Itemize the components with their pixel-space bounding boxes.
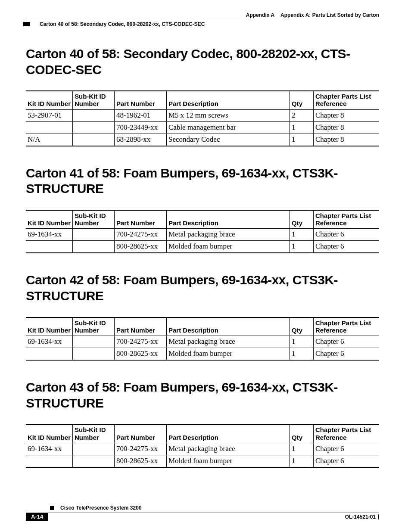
cell-kit: 53-2907-01: [26, 109, 73, 121]
breadcrumb-text: Carton 40 of 58: Secondary Codec, 800-28…: [40, 21, 205, 27]
cell-kit: 69-1634-xx: [26, 336, 73, 348]
column-header: Part Number: [115, 210, 167, 229]
cell-ref: Chapter 8: [314, 109, 380, 121]
section-heading: Carton 42 of 58: Foam Bumpers, 69-1634-x…: [26, 272, 379, 304]
appendix-label: Appendix A: [246, 12, 274, 18]
parts-table: Kit ID NumberSub-Kit ID NumberPart Numbe…: [26, 424, 379, 468]
cell-kit: 69-1634-xx: [26, 443, 73, 455]
cell-sub: [73, 109, 115, 121]
document-page: Appendix A Appendix A: Parts List Sorted…: [0, 0, 411, 532]
cell-desc: Metal packaging brace: [167, 229, 290, 241]
section-heading: Carton 41 of 58: Foam Bumpers, 69-1634-x…: [26, 165, 379, 197]
table-row: 69-1634-xx700-24275-xxMetal packaging br…: [26, 443, 379, 455]
column-header: Kit ID Number: [26, 317, 73, 336]
cell-pn: 800-28625-xx: [115, 455, 167, 467]
cell-qty: 1: [290, 348, 314, 361]
doc-tick-icon: [378, 514, 379, 520]
column-header: Kit ID Number: [26, 424, 73, 443]
table-row: 700-23449-xxCable management bar1Chapter…: [26, 121, 379, 134]
cell-desc: M5 x 12 mm screws: [167, 109, 290, 121]
page-number: A-14: [26, 513, 48, 521]
column-header: Sub-Kit ID Number: [73, 424, 115, 443]
table-row: 800-28625-xxMolded foam bumper1Chapter 6: [26, 348, 379, 361]
cell-desc: Molded foam bumper: [167, 455, 290, 467]
cell-kit: 69-1634-xx: [26, 229, 73, 241]
column-header: Sub-Kit ID Number: [73, 91, 115, 109]
section-marker-icon: [23, 22, 30, 26]
cell-sub: [73, 134, 115, 146]
table-row: N/A68-2898-xxSecondary Codec1Chapter 8: [26, 134, 379, 146]
cell-qty: 1: [290, 241, 314, 253]
column-header: Qty: [290, 317, 314, 336]
column-header: Chapter Parts List Reference: [314, 210, 380, 229]
cell-ref: Chapter 8: [314, 134, 380, 146]
parts-table: Kit ID NumberSub-Kit ID NumberPart Numbe…: [26, 210, 379, 254]
cell-qty: 1: [290, 443, 314, 455]
column-header: Kit ID Number: [26, 210, 73, 229]
column-header: Part Number: [115, 91, 167, 109]
cell-desc: Metal packaging brace: [167, 336, 290, 348]
page-footer: Cisco TelePresence System 3200 A-14 OL-1…: [26, 505, 379, 521]
table-row: 53-2907-0148-1962-01M5 x 12 mm screws2Ch…: [26, 109, 379, 121]
table-row: 800-28625-xxMolded foam bumper1Chapter 6: [26, 455, 379, 467]
column-header: Chapter Parts List Reference: [314, 91, 380, 109]
cell-sub: [73, 443, 115, 455]
column-header: Sub-Kit ID Number: [73, 210, 115, 229]
cell-ref: Chapter 6: [314, 229, 380, 241]
cell-qty: 2: [290, 109, 314, 121]
column-header: Kit ID Number: [26, 91, 73, 109]
cell-desc: Metal packaging brace: [167, 443, 290, 455]
cell-ref: Chapter 6: [314, 443, 380, 455]
table-row: 800-28625-xxMolded foam bumper1Chapter 6: [26, 241, 379, 253]
column-header: Chapter Parts List Reference: [314, 317, 380, 336]
cell-sub: [73, 121, 115, 134]
cell-pn: 68-2898-xx: [115, 134, 167, 146]
cell-desc: Cable management bar: [167, 121, 290, 134]
column-header: Qty: [290, 91, 314, 109]
cell-pn: 700-23449-xx: [115, 121, 167, 134]
section-heading: Carton 40 of 58: Secondary Codec, 800-28…: [26, 46, 379, 78]
cell-ref: Chapter 8: [314, 121, 380, 134]
cell-kit: N/A: [26, 134, 73, 146]
column-header: Part Description: [167, 91, 290, 109]
cell-sub: [73, 336, 115, 348]
appendix-title: Appendix A: Parts List Sorted by Carton: [280, 12, 379, 18]
cell-qty: 1: [290, 121, 314, 134]
column-header: Qty: [290, 424, 314, 443]
cell-pn: 800-28625-xx: [115, 241, 167, 253]
table-row: 69-1634-xx700-24275-xxMetal packaging br…: [26, 229, 379, 241]
cell-ref: Chapter 6: [314, 241, 380, 253]
parts-section: Carton 43 of 58: Foam Bumpers, 69-1634-x…: [26, 380, 379, 468]
cell-qty: 1: [290, 455, 314, 467]
parts-table: Kit ID NumberSub-Kit ID NumberPart Numbe…: [26, 90, 379, 146]
parts-section: Carton 40 of 58: Secondary Codec, 800-28…: [26, 46, 379, 146]
cell-pn: 700-24275-xx: [115, 336, 167, 348]
parts-section: Carton 41 of 58: Foam Bumpers, 69-1634-x…: [26, 165, 379, 254]
cell-qty: 1: [290, 336, 314, 348]
column-header: Part Description: [167, 317, 290, 336]
doc-id: OL-14521-01: [345, 514, 376, 520]
cell-desc: Secondary Codec: [167, 134, 290, 146]
cell-desc: Molded foam bumper: [167, 241, 290, 253]
cell-ref: Chapter 6: [314, 348, 380, 361]
cell-pn: 700-24275-xx: [115, 229, 167, 241]
table-row: 69-1634-xx700-24275-xxMetal packaging br…: [26, 336, 379, 348]
column-header: Chapter Parts List Reference: [314, 424, 380, 443]
column-header: Part Number: [115, 424, 167, 443]
column-header: Part Number: [115, 317, 167, 336]
cell-sub: [73, 455, 115, 467]
parts-section: Carton 42 of 58: Foam Bumpers, 69-1634-x…: [26, 272, 379, 361]
breadcrumb: Carton 40 of 58: Secondary Codec, 800-28…: [23, 21, 379, 27]
header-rule: [26, 20, 379, 20]
column-header: Part Description: [167, 210, 290, 229]
cell-kit: [26, 348, 73, 361]
header-line: Appendix A Appendix A: Parts List Sorted…: [26, 12, 379, 18]
book-title: Cisco TelePresence System 3200: [60, 505, 142, 511]
cell-pn: 700-24275-xx: [115, 443, 167, 455]
cell-desc: Molded foam bumper: [167, 348, 290, 361]
cell-qty: 1: [290, 229, 314, 241]
parts-table: Kit ID NumberSub-Kit ID NumberPart Numbe…: [26, 317, 379, 361]
cell-qty: 1: [290, 134, 314, 146]
column-header: Sub-Kit ID Number: [73, 317, 115, 336]
column-header: Part Description: [167, 424, 290, 443]
